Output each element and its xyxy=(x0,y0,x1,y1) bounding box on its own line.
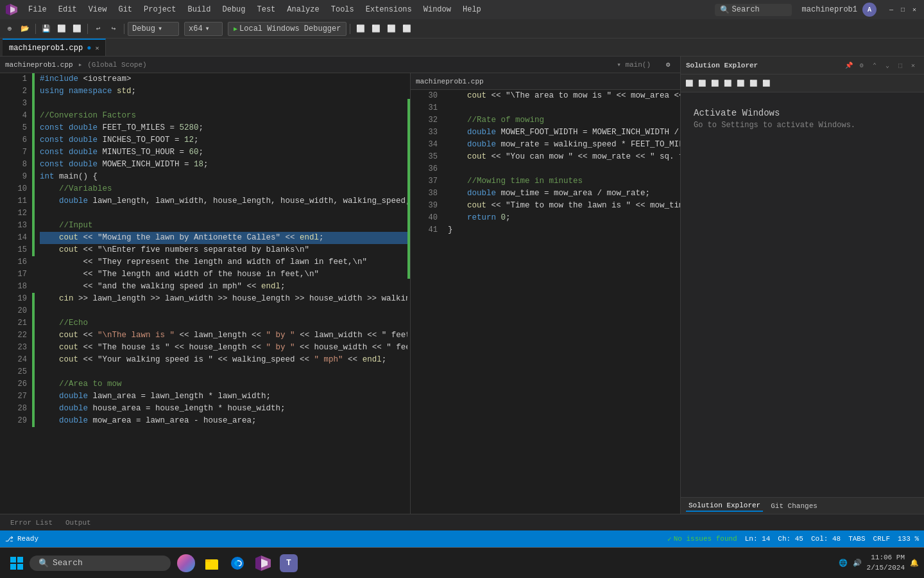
main-layout: machineprob1.cpp ▸ (Global Scope) ▾ main… xyxy=(0,57,924,514)
editor-settings-btn[interactable]: ⚙ xyxy=(661,58,675,72)
taskbar-notification-icon[interactable]: 🔔 xyxy=(910,559,919,567)
status-line-ending[interactable]: CRLF xyxy=(873,535,890,543)
se-close-btn[interactable]: ✕ xyxy=(907,60,919,71)
taskbar-search[interactable]: 🔍 Search xyxy=(30,556,171,571)
avatar[interactable]: A xyxy=(862,3,877,17)
se-toolbar-btn-5[interactable]: ⬜ xyxy=(735,78,746,89)
menu-file[interactable]: File xyxy=(23,3,52,17)
svg-rect-3 xyxy=(10,557,16,563)
save-btn[interactable]: 💾 xyxy=(39,22,53,36)
new-btn[interactable]: ⊕ xyxy=(3,22,17,36)
right-file-label: machineprob1.cpp xyxy=(416,78,484,85)
step-btn[interactable]: ⬜ xyxy=(369,22,383,36)
taskbar-clock[interactable]: 11:06 PM 2/15/2024 xyxy=(867,553,905,573)
minimize-button[interactable]: — xyxy=(887,5,896,14)
se-toolbar-btn-1[interactable]: ⬜ xyxy=(683,78,695,89)
se-pin-btn[interactable]: 📌 xyxy=(843,60,855,71)
step-out-btn[interactable]: ⬜ xyxy=(400,22,414,36)
se-chevron-btn[interactable]: ⌃ xyxy=(869,60,880,71)
menu-view[interactable]: View xyxy=(83,3,112,17)
taskbar-vs-btn[interactable] xyxy=(252,552,275,575)
taskbar-start-button[interactable] xyxy=(5,552,28,575)
svg-rect-6 xyxy=(17,564,23,570)
se-down-btn[interactable]: ⌄ xyxy=(882,60,893,71)
undo-btn[interactable]: ↩ xyxy=(91,22,105,36)
code-area-right[interactable]: cout << "\The area to mow is " << mow_ar… xyxy=(443,90,680,514)
status-branch[interactable]: ⎇ xyxy=(5,535,13,543)
se-toolbar-btn-2[interactable]: ⬜ xyxy=(696,78,708,89)
line-2: using namespace std; xyxy=(40,85,407,98)
tab-output[interactable]: Output xyxy=(60,518,96,528)
line-15: cout << "\nEnter five numbers separated … xyxy=(40,244,407,256)
se-expand-btn[interactable]: ⬚ xyxy=(894,60,906,71)
se-toolbar-btn-3[interactable]: ⬜ xyxy=(709,78,721,89)
taskbar-teams-btn[interactable]: T xyxy=(277,552,300,575)
toolbar-sep-4 xyxy=(350,24,350,34)
se-tab-git-changes[interactable]: Git Changes xyxy=(768,501,820,511)
line-16: << "They represent the length and width … xyxy=(40,256,407,268)
se-toolbar-btn-4[interactable]: ⬜ xyxy=(722,78,733,89)
menu-debug[interactable]: Debug xyxy=(217,3,250,17)
maximize-button[interactable]: □ xyxy=(898,5,907,14)
status-zoom[interactable]: 133 % xyxy=(898,535,919,543)
title-search[interactable]: 🔍 Search xyxy=(715,4,792,16)
taskbar-explorer-btn[interactable] xyxy=(200,552,223,575)
taskbar-volume-icon[interactable]: 🔊 xyxy=(853,559,862,567)
line-28: double house_area = house_length * house… xyxy=(40,403,407,415)
tabs-label: TABS xyxy=(848,535,865,543)
line-18: << "and the walking speed in mph" << end… xyxy=(40,281,407,293)
run-button[interactable]: ▶ Local Windows Debugger xyxy=(228,22,346,36)
menu-window[interactable]: Window xyxy=(418,3,456,17)
line-39: cout << "Time to mow the lawn is " << mo… xyxy=(448,200,680,212)
network-icon: 🌐 xyxy=(839,559,848,567)
tab-machineprob1[interactable]: machineprob1.cpp ● ✕ xyxy=(3,39,106,56)
line-36 xyxy=(448,163,680,175)
line-6: const double INCHES_TO_FOOT = 12; xyxy=(40,134,407,146)
save-all-btn[interactable]: ⬜ xyxy=(55,22,69,36)
line-9: int main() { xyxy=(40,171,407,183)
status-ch[interactable]: Ch: 45 xyxy=(778,535,803,543)
clock-date: 2/15/2024 xyxy=(867,563,905,573)
status-ln[interactable]: Ln: 14 xyxy=(745,535,771,543)
status-no-issues[interactable]: ✓ No issues found xyxy=(667,535,737,543)
platform-dropdown[interactable]: x64 ▾ xyxy=(184,22,223,36)
menu-test[interactable]: Test xyxy=(252,3,281,17)
tab-error-list[interactable]: Error List xyxy=(5,518,58,528)
taskbar-edge-btn[interactable] xyxy=(226,552,249,575)
se-icon-group: 📌 ⚙ ⌃ ⌄ ⬚ ✕ xyxy=(843,60,919,71)
taskbar: 🔍 Search xyxy=(0,547,924,578)
ch-label: Ch: 45 xyxy=(778,535,803,543)
se-bottom-tabs: Solution Explorer Git Changes xyxy=(681,497,924,514)
tab-close-btn[interactable]: ✕ xyxy=(95,44,99,52)
line-19: cin >> lawn_length >> lawn_width >> hous… xyxy=(40,293,407,305)
redo-btn[interactable]: ↪ xyxy=(107,22,121,36)
menu-help[interactable]: Help xyxy=(458,3,486,17)
title-bar: File Edit View Git Project Build Debug T… xyxy=(0,0,924,19)
se-toolbar-btn-6[interactable]: ⬜ xyxy=(748,78,759,89)
status-col[interactable]: Col: 48 xyxy=(811,535,841,543)
open-btn[interactable]: 📂 xyxy=(18,22,32,36)
title-bar-right: machineprob1 A — □ ✕ xyxy=(802,3,919,17)
solution-configs-btn[interactable]: ⬜ xyxy=(70,22,84,36)
line-4: //Conversion Factors xyxy=(40,110,407,122)
taskbar-network-icon[interactable]: 🌐 xyxy=(839,559,848,567)
debug-config-dropdown[interactable]: Debug ▾ xyxy=(128,22,179,36)
menu-analyze[interactable]: Analyze xyxy=(282,3,324,17)
code-area-left[interactable]: #include <iostream>using namespace std; … xyxy=(35,73,407,514)
step-into-btn[interactable]: ⬜ xyxy=(384,22,398,36)
menu-extensions[interactable]: Extensions xyxy=(361,3,417,17)
menu-build[interactable]: Build xyxy=(182,3,216,17)
attach-btn[interactable]: ⬜ xyxy=(354,22,368,36)
menu-tools[interactable]: Tools xyxy=(326,3,359,17)
taskbar-widget-btn[interactable] xyxy=(175,552,198,575)
se-toolbar-btn-7[interactable]: ⬜ xyxy=(760,78,772,89)
menu-git[interactable]: Git xyxy=(113,3,137,17)
solution-explorer-header: Solution Explorer 📌 ⚙ ⌃ ⌄ ⬚ ✕ xyxy=(681,57,924,74)
branch-icon: ⎇ xyxy=(5,535,13,543)
menu-project[interactable]: Project xyxy=(139,3,181,17)
se-tab-solution-explorer[interactable]: Solution Explorer xyxy=(686,500,763,512)
se-settings-btn[interactable]: ⚙ xyxy=(856,60,868,71)
status-tabs[interactable]: TABS xyxy=(848,535,865,543)
close-button[interactable]: ✕ xyxy=(910,5,919,14)
menu-edit[interactable]: Edit xyxy=(53,3,82,17)
